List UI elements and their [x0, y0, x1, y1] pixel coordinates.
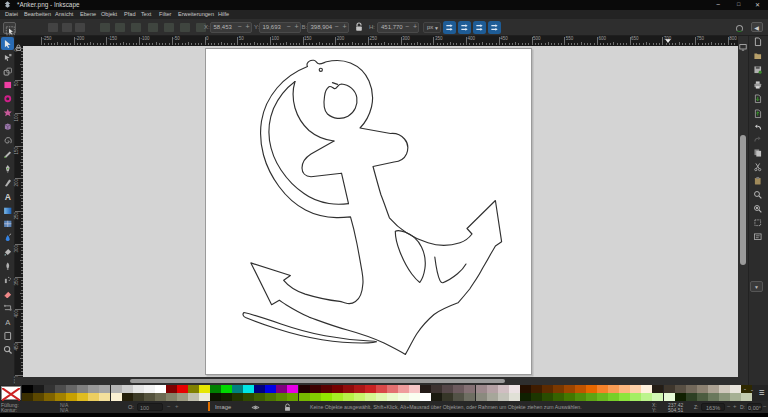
svg-text:A: A [5, 318, 11, 327]
svg-text:A: A [4, 192, 10, 202]
